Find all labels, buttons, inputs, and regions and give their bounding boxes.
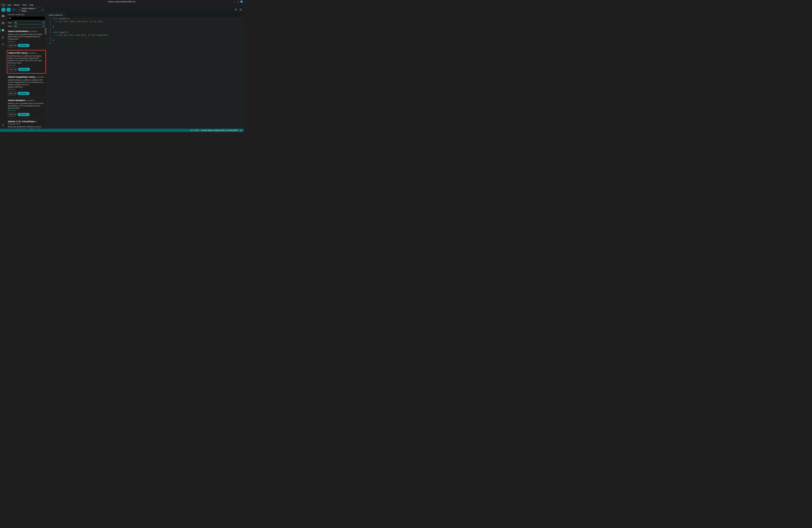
- boards-manager-icon[interactable]: [1, 21, 5, 25]
- library-item[interactable]: Adafruit DotStarMatrix by Adafruit Adafr…: [8, 29, 46, 49]
- line-number: 10: [46, 42, 51, 45]
- menu-file[interactable]: File: [0, 3, 6, 7]
- maximize-icon[interactable]: ▢: [237, 1, 239, 3]
- window-controls: — ▢ ✕: [234, 0, 243, 3]
- line-number: 8: [46, 37, 51, 39]
- svg-point-5: [3, 124, 4, 125]
- install-button[interactable]: INSTALL: [17, 92, 30, 95]
- scrollbar[interactable]: [45, 28, 46, 34]
- library-description: Install this library in addition to the …: [8, 55, 44, 64]
- serial-monitor-icon[interactable]: [240, 8, 242, 11]
- debug-button[interactable]: [12, 8, 16, 12]
- svg-point-4: [2, 43, 3, 45]
- more-info-link[interactable]: More info: [8, 64, 44, 66]
- board-selector[interactable]: Arduino Mega or Mega ... ▾: [17, 8, 44, 12]
- check-icon: [2, 9, 4, 11]
- filter-type-row: Type: All: [6, 21, 46, 24]
- menu-sketch[interactable]: Sketch: [12, 3, 21, 6]
- code-line[interactable]: [53, 37, 244, 39]
- line-number: 9: [46, 39, 51, 42]
- toolbar-right: [234, 8, 242, 11]
- serial-plotter-icon[interactable]: [234, 8, 237, 11]
- library-author: by Adafruit: [36, 76, 44, 78]
- library-item[interactable]: Adafruit NeoMatrix by Adafruit Adafruit_…: [8, 98, 46, 118]
- line-number: 4: [46, 26, 51, 28]
- code-editor[interactable]: 12345678910 void setup() { // put your s…: [46, 17, 244, 129]
- install-button[interactable]: INSTALL: [17, 44, 30, 47]
- debug-icon[interactable]: [1, 35, 5, 39]
- line-number: 7: [46, 34, 51, 37]
- filter-topic-label: Topic:: [8, 25, 13, 27]
- code-line[interactable]: }: [53, 26, 244, 28]
- tab-sketch[interactable]: sketch_sep3a.ino: [46, 13, 65, 17]
- close-icon[interactable]: ✕: [240, 0, 243, 3]
- menu-edit[interactable]: Edit: [6, 3, 12, 6]
- code-content[interactable]: void setup() { // put your setup code he…: [53, 17, 244, 129]
- status-board[interactable]: Arduino Mega or Mega 2560 on /dev/ttyACM…: [201, 129, 237, 131]
- line-number: 2: [46, 20, 51, 23]
- library-description: Adafruit_GFX-compatible library for NeoP…: [8, 102, 45, 109]
- menu-tools[interactable]: Tools: [21, 3, 28, 6]
- library-search-input[interactable]: gfx: [8, 17, 45, 20]
- activity-bar: [0, 13, 6, 129]
- more-info-link[interactable]: More info: [8, 110, 45, 112]
- minimize-icon[interactable]: —: [234, 1, 235, 3]
- version-select[interactable]: 1.0.6: [8, 44, 16, 47]
- library-author: by Adafruit: [28, 52, 37, 54]
- library-author: by Adafruit: [26, 99, 34, 101]
- code-line[interactable]: // put your main code here, to run repea…: [53, 34, 244, 37]
- library-item[interactable]: Adafruit ImageReader Library by Adafruit…: [8, 74, 46, 97]
- status-cursor[interactable]: Ln 1, Col 1: [190, 129, 199, 131]
- notification-bell-icon[interactable]: [240, 129, 242, 131]
- code-line[interactable]: void setup() {: [53, 17, 244, 20]
- line-gutter: 12345678910: [46, 17, 53, 129]
- window-title: sketch_sep3a | Arduino IDE 2.1.1: [108, 1, 136, 3]
- svg-rect-2: [3, 23, 4, 24]
- verify-button[interactable]: [1, 8, 5, 12]
- line-number: 6: [46, 31, 51, 34]
- more-info-link[interactable]: More info: [8, 41, 45, 42]
- more-info-link[interactable]: More info: [8, 88, 45, 90]
- code-line[interactable]: // put your setup code here, to run once…: [53, 20, 244, 23]
- tabbar: sketch_sep3a.ino ⋯: [46, 13, 244, 17]
- search-icon[interactable]: [1, 43, 5, 46]
- library-item[interactable]: Adafruit GFX Library by Adafruit Install…: [7, 50, 46, 74]
- statusbar: Ln 1, Col 1 Arduino Mega or Mega 2560 on…: [0, 129, 244, 132]
- code-line[interactable]: [53, 42, 244, 45]
- svg-point-3: [2, 38, 3, 39]
- library-name: Adafruit GFX Library: [8, 52, 27, 54]
- version-select[interactable]: 2.9.0: [8, 91, 16, 95]
- board-label: Arduino Mega or Mega ...: [21, 8, 41, 12]
- library-name: Adafruit NeoMatrix: [8, 99, 25, 102]
- titlebar: sketch_sep3a | Arduino IDE 2.1.1 — ▢ ✕: [0, 0, 244, 3]
- version-select[interactable]: 1.11.7: [8, 68, 17, 71]
- code-line[interactable]: void loop() {: [53, 31, 244, 34]
- version-select[interactable]: 1.3.0: [8, 113, 16, 116]
- upload-button[interactable]: [6, 8, 11, 12]
- library-name: Adafruit ImageReader Library: [8, 76, 35, 78]
- install-button[interactable]: INSTALL: [17, 113, 30, 116]
- menubar: File Edit Sketch Tools Help: [0, 3, 244, 7]
- line-number: 1: [46, 17, 51, 20]
- account-icon[interactable]: [1, 124, 5, 127]
- line-number: 5: [46, 28, 51, 31]
- main-area: LIBRARY MANAGER gfx Type: All Topic: All…: [0, 13, 244, 129]
- install-button[interactable]: INSTALL: [18, 68, 30, 71]
- tab-overflow-icon[interactable]: ⋯: [238, 13, 244, 17]
- panel-header: LIBRARY MANAGER: [6, 13, 46, 16]
- library-description: Adafruit_GFX-compatible library for DotS…: [8, 33, 45, 40]
- sketchbook-icon[interactable]: [1, 14, 5, 18]
- code-line[interactable]: [53, 23, 244, 26]
- menu-help[interactable]: Help: [28, 3, 35, 6]
- play-debug-icon: [13, 9, 15, 11]
- toolbar: Arduino Mega or Mega ... ▾: [0, 7, 244, 13]
- library-item[interactable]: Adafruit_4_01_ColourEPaper by Kushagra G…: [8, 119, 46, 129]
- code-line[interactable]: [53, 28, 244, 31]
- filter-topic-select[interactable]: All: [14, 25, 45, 28]
- filter-type-select[interactable]: All: [14, 21, 45, 24]
- library-manager-panel: LIBRARY MANAGER gfx Type: All Topic: All…: [6, 13, 46, 129]
- library-author: by Adafruit: [29, 30, 38, 32]
- library-manager-icon[interactable]: [1, 28, 5, 32]
- code-line[interactable]: }: [53, 39, 244, 42]
- library-list[interactable]: Adafruit DotStarMatrix by Adafruit Adafr…: [6, 28, 46, 129]
